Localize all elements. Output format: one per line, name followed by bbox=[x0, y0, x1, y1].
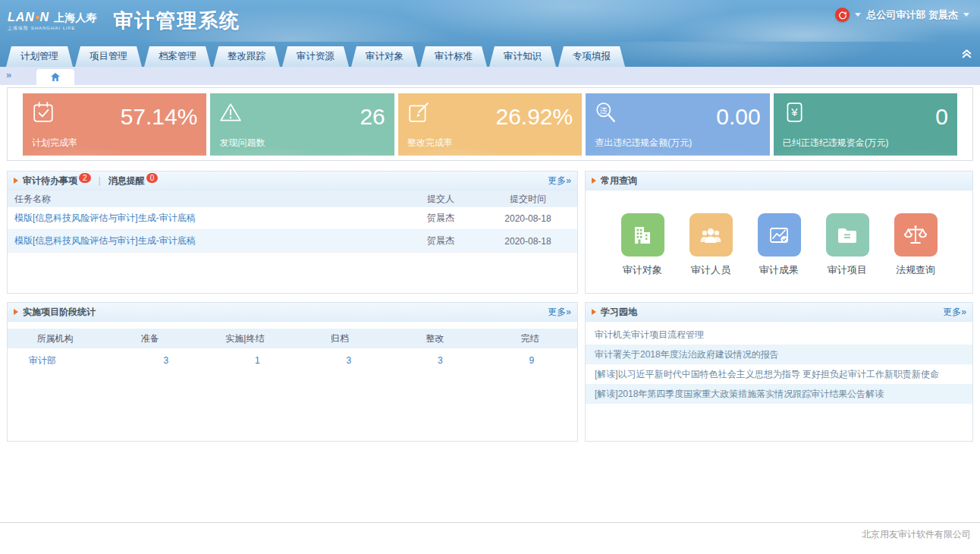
user-department: 总公司审计部 bbox=[866, 9, 925, 20]
table-row: 模版[信息科技风险评估与审计]生成-审计底稿 贺晨杰 2020-08-18 bbox=[8, 230, 577, 253]
kpi-cards: 57.14% 计划完成率 26 发现问题数 26.92% 整改完成率 违 0.0… bbox=[7, 87, 973, 161]
stage-count-link[interactable]: 9 bbox=[486, 355, 578, 366]
brand-subtitle: 上海保险 SHANGHAI LIFE bbox=[8, 26, 96, 30]
kpi-rectification-completion[interactable]: 26.92% 整改完成率 bbox=[398, 93, 582, 156]
user-menu[interactable]: 总公司审计部 贺晨杰 bbox=[866, 8, 958, 22]
collapse-header-button[interactable] bbox=[961, 48, 972, 62]
shortcut-label: 审计对象 bbox=[623, 263, 662, 277]
brand-mark: LAN▪N bbox=[8, 11, 49, 24]
warning-icon bbox=[219, 101, 242, 127]
calendar-check-icon bbox=[32, 101, 55, 127]
tab-archive-management[interactable]: 档案管理 bbox=[144, 46, 211, 67]
tab-plan-management[interactable]: 计划管理 bbox=[6, 46, 73, 67]
list-item[interactable]: [解读]以习近平新时代中国特色社会主义思想为指导 更好担负起审计工作新职责新使命 bbox=[586, 364, 972, 384]
tab-project-management[interactable]: 项目管理 bbox=[75, 46, 142, 67]
task-date: 2020-08-18 bbox=[479, 236, 577, 247]
todo-count-badge: 2 bbox=[79, 173, 91, 183]
kpi-violation-amount-found[interactable]: 违 0.00 查出违纪违规金额(万元) bbox=[586, 93, 769, 156]
shortcut-audit-results[interactable]: 审计成果 bbox=[752, 213, 806, 277]
refresh-button[interactable] bbox=[835, 8, 850, 22]
column-archiving: 归档 bbox=[293, 332, 388, 345]
kpi-value: 0 bbox=[783, 104, 948, 130]
search-violation-icon: 违 bbox=[595, 101, 617, 127]
shortcut-label: 审计项目 bbox=[828, 263, 867, 277]
task-date: 2020-08-18 bbox=[479, 213, 577, 224]
tab-audit-knowledge[interactable]: 审计知识 bbox=[489, 46, 556, 67]
brand-name-cn: 上海人寿 bbox=[54, 12, 96, 23]
stage-more-link[interactable]: 更多» bbox=[548, 306, 571, 319]
tab-audit-standards[interactable]: 审计标准 bbox=[420, 46, 487, 67]
stage-count-link[interactable]: 1 bbox=[212, 355, 303, 366]
learning-list: 审计机关审计项目流程管理 审计署关于2018年度法治政府建设情况的报告 [解读]… bbox=[586, 325, 972, 404]
shortcut-audit-objects[interactable]: 审计对象 bbox=[616, 213, 669, 277]
tab-audit-objects[interactable]: 审计对象 bbox=[351, 46, 418, 67]
page-footer: 北京用友审计软件有限公司 bbox=[0, 522, 980, 554]
list-item[interactable]: [解读]2018年第四季度国家重大政策措施落实情况跟踪审计结果公告解读 bbox=[586, 384, 972, 404]
list-item[interactable]: 审计机关审计项目流程管理 bbox=[586, 325, 972, 345]
kpi-found-issues[interactable]: 26 发现问题数 bbox=[210, 93, 394, 156]
panel-header: 学习园地 更多» bbox=[586, 303, 972, 322]
tab-special-reporting[interactable]: 专项填报 bbox=[558, 46, 625, 67]
tab-rectification-tracking[interactable]: 整改跟踪 bbox=[213, 46, 280, 67]
column-submitter: 提交人 bbox=[403, 193, 479, 206]
column-preparation: 准备 bbox=[102, 332, 197, 345]
shortcut-regulations-query[interactable]: 法规查询 bbox=[889, 213, 942, 277]
shortcut-audit-staff[interactable]: 审计人员 bbox=[684, 213, 737, 277]
kpi-plan-completion[interactable]: 57.14% 计划完成率 bbox=[23, 93, 206, 156]
page-title: 审计管理系统 bbox=[113, 8, 240, 34]
column-organization: 所属机构 bbox=[8, 332, 102, 345]
kpi-label: 计划完成率 bbox=[32, 137, 77, 150]
main-nav: 计划管理 项目管理 档案管理 整改跟踪 审计资源 审计对象 审计标准 审计知识 … bbox=[0, 42, 980, 67]
chevron-down-icon[interactable] bbox=[855, 13, 861, 17]
stage-count-link[interactable]: 3 bbox=[121, 355, 212, 366]
kpi-violation-funds-corrected[interactable]: ¥ 0 已纠正违纪违规资金(万元) bbox=[774, 93, 957, 156]
panel-arrow-icon bbox=[592, 178, 596, 184]
scales-icon bbox=[894, 213, 938, 257]
panel-arrow-icon bbox=[14, 309, 18, 315]
message-count-badge: 0 bbox=[146, 173, 159, 183]
user-area: 总公司审计部 贺晨杰 bbox=[835, 8, 969, 22]
task-link[interactable]: 模版[信息科技风险评估与审计]生成-审计底稿 bbox=[14, 235, 196, 246]
stage-count-link[interactable]: 3 bbox=[394, 355, 486, 366]
messages-tab[interactable]: 消息提醒0 bbox=[108, 175, 159, 187]
kpi-value: 0.00 bbox=[595, 104, 760, 130]
query-shortcuts: 审计对象 审计人员 审计成果 bbox=[586, 190, 972, 277]
expand-tabs-button[interactable]: » bbox=[6, 69, 11, 80]
refresh-icon bbox=[838, 11, 847, 20]
todo-more-link[interactable]: 更多» bbox=[548, 175, 571, 187]
shortcut-audit-projects[interactable]: 审计项目 bbox=[821, 213, 874, 277]
kpi-label: 查出违纪违规金额(万元) bbox=[595, 137, 692, 150]
org-link[interactable]: 审计部 bbox=[8, 354, 121, 367]
stage-table-header: 所属机构 准备 实施|终结 归档 整改 完结 bbox=[8, 329, 577, 348]
home-tab[interactable] bbox=[36, 69, 74, 85]
kpi-value: 26 bbox=[219, 104, 385, 130]
column-completed: 完结 bbox=[482, 332, 577, 345]
panel-header: 实施项目阶段统计 更多» bbox=[8, 303, 577, 322]
todo-table-header: 任务名称 提交人 提交时间 bbox=[8, 190, 577, 207]
todo-tab[interactable]: 审计待办事项2 bbox=[23, 175, 91, 187]
stage-count-link[interactable]: 3 bbox=[303, 355, 395, 366]
panel-learning-corner: 学习园地 更多» 审计机关审计项目流程管理 审计署关于2018年度法治政府建设情… bbox=[585, 302, 973, 442]
kpi-label: 发现问题数 bbox=[219, 137, 265, 150]
shortcut-label: 审计成果 bbox=[759, 263, 799, 277]
kpi-value: 26.92% bbox=[407, 104, 573, 130]
column-implementation: 实施|终结 bbox=[197, 332, 292, 345]
panel-stage-statistics: 实施项目阶段统计 更多» 所属机构 准备 实施|终结 归档 整改 完结 审计部 … bbox=[7, 302, 578, 442]
column-submit-time: 提交时间 bbox=[479, 193, 577, 206]
panel-common-queries: 常用查询 审计对象 审计人员 bbox=[585, 171, 973, 294]
list-item[interactable]: 审计署关于2018年度法治政府建设情况的报告 bbox=[586, 345, 972, 364]
learning-more-link[interactable]: 更多» bbox=[943, 306, 966, 319]
task-submitter: 贺晨杰 bbox=[403, 235, 479, 247]
chevron-down-icon[interactable] bbox=[963, 13, 969, 17]
task-link[interactable]: 模版[信息科技风险评估与审计]生成-审计底稿 bbox=[14, 212, 196, 223]
tab-audit-resources[interactable]: 审计资源 bbox=[282, 46, 349, 67]
brand-logo: LAN▪N 上海人寿 上海保险 SHANGHAI LIFE bbox=[8, 11, 96, 30]
folder-icon bbox=[826, 213, 869, 257]
dashboard: 57.14% 计划完成率 26 发现问题数 26.92% 整改完成率 违 0.0… bbox=[0, 85, 980, 522]
building-icon bbox=[621, 213, 664, 257]
shortcut-label: 法规查询 bbox=[896, 263, 935, 277]
yuan-icon: ¥ bbox=[783, 101, 806, 127]
panel-header: 审计待办事项2 | 消息提醒0 更多» bbox=[8, 172, 577, 190]
panel-title: 实施项目阶段统计 bbox=[23, 306, 96, 319]
chart-check-icon bbox=[758, 213, 801, 257]
